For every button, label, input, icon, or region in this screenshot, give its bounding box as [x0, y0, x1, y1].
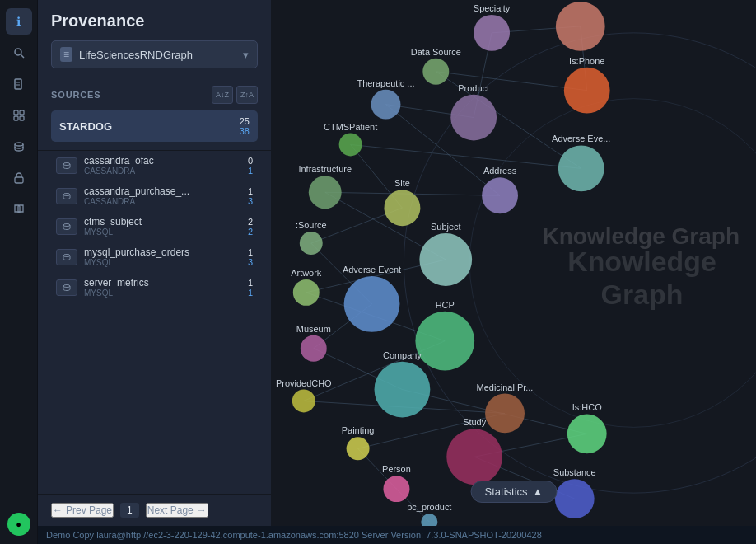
next-page-button[interactable]: Next Page → [146, 503, 208, 518]
chevron-down-icon: ▾ [243, 49, 249, 61]
status-bar: Demo Copy laura@http://ec2-3-220-129-42.… [38, 526, 756, 544]
page-title: Provenance [51, 12, 258, 30]
graph-name: LifeSciencesRNDGraph [79, 49, 193, 61]
knowledge-graph-label-2: Graph [601, 279, 684, 310]
sidebar-icon-search[interactable] [6, 40, 32, 66]
svg-point-53 [384, 190, 420, 226]
source-item[interactable]: cassandra_purchase_... CASSANDRA 1 3 [51, 181, 258, 210]
svg-point-49 [558, 145, 604, 191]
graph-node-product[interactable]: Product [450, 83, 497, 141]
svg-point-68 [421, 514, 437, 526]
svg-point-46 [450, 95, 497, 141]
source-item[interactable]: mysql_purchase_orders MYSQL 1 3 [51, 242, 258, 271]
chevron-up-icon: ▲ [533, 485, 544, 498]
graph-node-person[interactable]: Person [382, 464, 411, 502]
svg-point-11 [63, 162, 70, 165]
svg-point-60 [292, 390, 315, 413]
svg-point-14 [63, 254, 70, 256]
graph-node-substance[interactable]: Substance [553, 467, 596, 518]
source-name: server_metrics [84, 277, 241, 288]
sidebar-icon-database[interactable] [6, 134, 32, 160]
sidebar-icon-file[interactable] [6, 71, 32, 97]
svg-point-67 [555, 479, 595, 518]
next-arrow-icon: → [197, 504, 207, 516]
svg-rect-2 [15, 79, 21, 89]
svg-rect-7 [14, 116, 18, 120]
sort-za-button[interactable]: Z↑A [236, 86, 258, 104]
svg-point-52 [309, 176, 342, 209]
svg-point-44 [474, 15, 510, 51]
graph-node-museum[interactable]: Museum [296, 324, 331, 362]
sources-list: cassandra_ofac CASSANDRA 0 1 cassandra_p… [38, 151, 271, 494]
statistics-button[interactable]: Statistics ▲ [471, 481, 558, 503]
svg-point-9 [15, 143, 23, 146]
graph-dropdown[interactable]: ≡ LifeSciencesRNDGraph ▾ [51, 40, 258, 68]
source-item[interactable]: ctms_subject MYSQL 2 2 [51, 212, 258, 241]
source-db-icon [56, 157, 77, 174]
graph-node-address[interactable]: Address [482, 166, 518, 213]
graph-node-label-15: HCP [436, 300, 455, 310]
source-counts: 1 3 [248, 186, 253, 206]
graph-node-pc_product[interactable]: pc_product [407, 502, 451, 526]
source-item[interactable]: server_metrics MYSQL 1 1 [51, 273, 258, 302]
graph-node-label-5: Therapeutic ... [357, 78, 414, 88]
graph-node-label-19: Medicinal Pr... [477, 382, 534, 392]
status-indicator[interactable]: ● [7, 513, 30, 536]
graph-node-condition[interactable]: Condition [556, 0, 605, 51]
source-item[interactable]: cassandra_ofac CASSANDRA 0 1 [51, 151, 258, 180]
sort-az-button[interactable]: A↓Z [212, 86, 233, 104]
svg-rect-5 [14, 110, 18, 115]
graph-node-subject[interactable]: Subject [419, 222, 472, 286]
svg-point-57 [344, 276, 400, 332]
stardog-row[interactable]: STARDOG 25 38 [51, 110, 258, 142]
graph-node-is-hco[interactable]: Is:HCO [567, 402, 607, 453]
right-area: ConditionSpecialtyIs:PhoneProductData So… [272, 0, 756, 526]
sidebar-icon-lock[interactable] [6, 165, 32, 191]
svg-point-58 [415, 312, 474, 371]
graph-node-data-source[interactable]: Data Source [411, 47, 461, 85]
svg-point-15 [63, 284, 70, 287]
graph-node-therapeutic----[interactable]: Therapeutic ... [357, 78, 414, 120]
graph-canvas[interactable]: ConditionSpecialtyIs:PhoneProductData So… [272, 0, 756, 526]
svg-point-61 [375, 362, 431, 418]
source-db-icon [56, 279, 77, 296]
graph-node-label-2: Is:Phone [569, 56, 604, 66]
graph-node-label-4: Data Source [411, 47, 461, 57]
source-counts: 1 3 [248, 247, 253, 267]
graph-node-company[interactable]: Company [375, 350, 431, 418]
graph-node-adverse-event[interactable]: Adverse Event [343, 265, 401, 332]
graph-node-providedcho[interactable]: ProvidedCHO [276, 378, 332, 413]
graph-node-adverse-eve---[interactable]: Adverse Eve... [552, 134, 610, 191]
graph-node-label-13: Artwork [291, 268, 322, 278]
source-name: ctms_subject [84, 216, 241, 227]
graph-node-artwork[interactable]: Artwork [291, 268, 322, 306]
graph-node-is-phone[interactable]: Is:Phone [564, 56, 610, 114]
graph-node-ctmspatient[interactable]: CTMSPatient [324, 122, 377, 157]
graph-node-label-14: Adverse Event [343, 265, 401, 274]
svg-point-64 [347, 437, 370, 460]
graph-node-label-25: pc_product [407, 502, 451, 512]
sidebar: ℹ [0, 0, 38, 544]
graph-node-infrastructure[interactable]: Infrastructure [298, 164, 352, 209]
graph-node--source[interactable]: :Source [296, 220, 327, 255]
graph-node-label-6: Adverse Eve... [552, 134, 610, 143]
graph-node-painting[interactable]: Painting [342, 425, 375, 460]
prev-page-button[interactable]: ← Prev Page [51, 503, 114, 518]
graph-node-specialty[interactable]: Specialty [474, 3, 511, 51]
graph-node-label-9: Infrastructure [298, 164, 352, 174]
stardog-counts: 25 38 [240, 116, 250, 136]
source-type: CASSANDRA [84, 197, 241, 206]
graph-node-site[interactable]: Site [384, 178, 420, 226]
sidebar-icon-book[interactable] [6, 196, 32, 223]
sidebar-icon-grid[interactable] [6, 102, 32, 129]
source-counts: 1 1 [248, 278, 253, 298]
svg-point-47 [422, 59, 449, 85]
source-info: cassandra_ofac CASSANDRA [84, 155, 241, 176]
sidebar-icon-info[interactable]: ℹ [6, 8, 32, 35]
source-info: mysql_purchase_orders MYSQL [84, 246, 241, 267]
graph-node-hcp[interactable]: HCP [415, 300, 474, 371]
source-type: MYSQL [84, 227, 241, 237]
status-text: Demo Copy laura@http://ec2-3-220-129-42.… [46, 530, 542, 540]
svg-point-50 [482, 177, 518, 213]
graph-node-label-17: ProvidedCHO [276, 378, 332, 388]
